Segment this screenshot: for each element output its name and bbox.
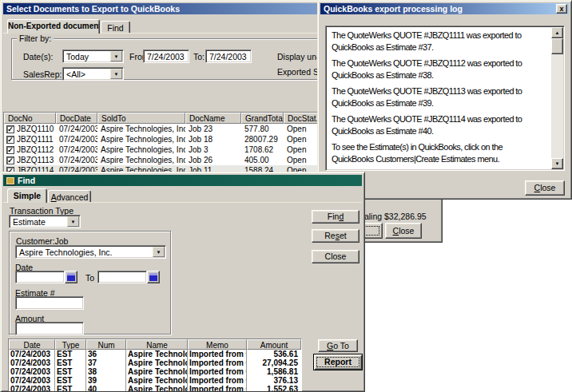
column-header-date[interactable]: Date	[9, 339, 55, 350]
dropdown-arrow-icon[interactable]: ▼	[110, 69, 122, 79]
tab-page-edge	[3, 202, 362, 204]
results-table-header: Date Type Num Name Memo Amount	[9, 339, 301, 350]
column-header-docname[interactable]: DocName	[185, 113, 241, 124]
focus-rectangle	[316, 357, 359, 367]
log-paragraph: The QuoteWerks QUOTE #JBZQ1114 was expor…	[332, 113, 546, 137]
filter-by-label: Filter by:	[17, 34, 54, 43]
estimate-number-input[interactable]	[15, 296, 84, 310]
vertical-scrollbar[interactable]: ▲ ▼	[551, 27, 563, 169]
to-label: To:	[193, 52, 205, 61]
tab-find[interactable]: Find	[101, 21, 130, 34]
close-button[interactable]: Close	[312, 250, 359, 263]
checkbox-checked-icon[interactable]: ✓	[6, 125, 14, 133]
find-button[interactable]: Find	[312, 210, 359, 224]
salesrep-combobox[interactable]: <All> ▼	[62, 67, 124, 81]
log-text-area: The QuoteWerks QUOTE #JBZQ1111 was expor…	[325, 26, 565, 171]
calendar-icon[interactable]	[147, 271, 160, 283]
calendar-icon[interactable]	[65, 271, 77, 283]
column-header-soldto[interactable]: SoldTo	[97, 113, 185, 124]
result-row[interactable]: 07/24/2003 EST 39 Aspire Technolog Impor…	[9, 376, 301, 385]
column-header-name[interactable]: Name	[126, 339, 188, 350]
close-button[interactable]: Close	[525, 180, 565, 196]
log-paragraph: To see the Estimate(s) in QuickBooks, cl…	[332, 141, 546, 165]
checkbox-checked-icon[interactable]: ✓	[6, 156, 14, 164]
dates-combobox[interactable]: Today ▼	[62, 49, 124, 63]
scroll-down-icon[interactable]: ▼	[551, 158, 563, 169]
column-header-docdate[interactable]: DocDate	[56, 113, 97, 124]
column-header-amount[interactable]: Amount	[247, 339, 301, 350]
export-log-titlebar[interactable]: QuickBooks export processing log x	[320, 3, 569, 14]
close-button[interactable]: Close	[385, 223, 422, 239]
transaction-type-combobox[interactable]: Estimate ▼	[9, 215, 81, 228]
customer-job-group: Customer:Job Aspire Technologies, Inc. ▼…	[9, 231, 171, 335]
find-window: Find Simple Advanced Transaction Type Es…	[0, 172, 365, 392]
find-window-icon	[6, 177, 14, 184]
tab-non-exported-documents[interactable]: Non-Exported documents	[7, 19, 100, 34]
column-header-type[interactable]: Type	[55, 339, 86, 350]
scroll-up-icon[interactable]: ▲	[551, 27, 563, 38]
reset-button[interactable]: Reset	[312, 229, 359, 243]
dropdown-arrow-icon[interactable]: ▼	[153, 247, 165, 257]
select-documents-title: Select Documents to Export to QuickBooks	[6, 4, 180, 14]
dropdown-arrow-icon[interactable]: ▼	[67, 216, 79, 227]
column-header-docno[interactable]: DocNo	[4, 113, 56, 124]
log-paragraph: The QuoteWerks QUOTE #JBZQ1113 was expor…	[332, 85, 546, 109]
salesrep-label: SalesRep:	[23, 69, 62, 79]
scrollbar-thumb[interactable]	[551, 38, 563, 54]
close-icon[interactable]: x	[556, 4, 567, 14]
log-paragraph: The QuoteWerks QUOTE #JBZQ1111 was expor…	[332, 30, 546, 53]
date-to-label: To	[85, 273, 94, 283]
customer-job-combobox[interactable]: Aspire Technologies, Inc. ▼	[15, 245, 166, 259]
checkbox-checked-icon[interactable]: ✓	[6, 146, 14, 154]
date-from-input[interactable]	[15, 271, 65, 283]
dates-label: Date(s):	[23, 52, 53, 61]
desktop: Select Documents to Export to QuickBooks…	[0, 0, 572, 392]
tab-advanced[interactable]: Advanced	[48, 190, 91, 203]
find-title: Find	[18, 176, 35, 185]
go-to-button[interactable]: Go To	[318, 339, 358, 352]
column-header-memo[interactable]: Memo	[188, 339, 247, 350]
log-text: The QuoteWerks QUOTE #JBZQ1111 was expor…	[326, 26, 551, 171]
find-titlebar[interactable]: Find	[3, 175, 362, 186]
result-row[interactable]: 07/24/2003 EST 36 Aspire Technolog Impor…	[9, 350, 301, 358]
column-header-num[interactable]: Num	[86, 339, 126, 350]
export-total-text: taling $32,286.95	[362, 212, 427, 221]
amount-input[interactable]	[15, 322, 84, 335]
from-date-input[interactable]	[143, 49, 189, 63]
column-header-grandtotal[interactable]: GrandTotal	[241, 113, 284, 124]
result-row[interactable]: 07/24/2003 EST 40 Aspire Technolog Impor…	[9, 385, 301, 392]
report-button[interactable]: Report	[313, 354, 363, 370]
tab-simple[interactable]: Simple	[7, 188, 47, 203]
result-row[interactable]: 07/24/2003 EST 38 Aspire Technolog Impor…	[9, 367, 301, 376]
to-date-input[interactable]	[205, 49, 252, 63]
date-to-input[interactable]	[97, 271, 147, 283]
dropdown-arrow-icon[interactable]: ▼	[110, 51, 122, 61]
log-paragraph: The QuoteWerks QUOTE #JBZQ1112 was expor…	[332, 57, 546, 81]
export-log-window: QuickBooks export processing log x The Q…	[317, 0, 572, 200]
results-table: Date Type Num Name Memo Amount 07/24/200…	[8, 339, 302, 392]
export-log-title: QuickBooks export processing log	[324, 4, 463, 14]
checkbox-checked-icon[interactable]: ✓	[6, 136, 14, 144]
result-row[interactable]: 07/24/2003 EST 37 Aspire Technolog Impor…	[9, 358, 301, 367]
